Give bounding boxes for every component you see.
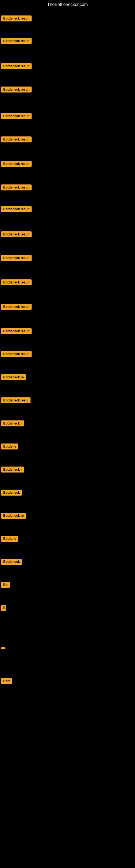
bottleneck-badge-9[interactable]: Bottleneck result — [1, 231, 32, 237]
badge-row-22: Bottlene — [1, 536, 18, 543]
bottleneck-badge-1[interactable]: Bottleneck result — [1, 38, 32, 44]
badge-row-8: Bottleneck result — [1, 206, 32, 213]
badge-row-3: Bottleneck result — [1, 87, 32, 94]
badge-row-0: Bottleneck result — [1, 16, 32, 23]
bottleneck-badge-13[interactable]: Bottleneck result — [1, 328, 32, 334]
badge-row-1: Bottleneck result — [1, 38, 32, 45]
bottleneck-badge-12[interactable]: Bottleneck result — [1, 304, 32, 310]
badge-row-15: Bottleneck re — [1, 374, 26, 381]
bottleneck-badge-26[interactable] — [1, 647, 5, 649]
bottleneck-badge-10[interactable]: Bottleneck result — [1, 255, 32, 261]
badge-row-17: Bottleneck r — [1, 421, 24, 428]
badge-row-4: Bottleneck result — [1, 113, 32, 120]
bottleneck-badge-0[interactable]: Bottleneck result — [1, 16, 32, 22]
badge-row-12: Bottleneck result — [1, 304, 32, 311]
site-title: TheBottlenecker.com — [0, 0, 135, 9]
badge-row-24: Bo — [1, 582, 10, 589]
bottleneck-badge-19[interactable]: Bottleneck r — [1, 467, 24, 472]
badge-row-13: Bottleneck result — [1, 328, 32, 335]
badge-row-5: Bottleneck result — [1, 136, 32, 144]
badge-row-20: Bottleneck — [1, 490, 22, 497]
badge-row-27: Bott — [1, 678, 12, 685]
badge-row-26 — [1, 646, 5, 650]
badge-row-23: Bottleneck — [1, 559, 22, 566]
bottleneck-badge-21[interactable]: Bottleneck re — [1, 513, 26, 519]
bottleneck-badge-17[interactable]: Bottleneck r — [1, 421, 24, 426]
bottleneck-badge-7[interactable]: Bottleneck result — [1, 184, 32, 190]
bottleneck-badge-8[interactable]: Bottleneck result — [1, 206, 32, 212]
badge-row-2: Bottleneck result — [1, 63, 32, 70]
badge-row-10: Bottleneck result — [1, 255, 32, 262]
badge-row-7: Bottleneck result — [1, 184, 32, 191]
bottleneck-badge-11[interactable]: Bottleneck result — [1, 279, 32, 285]
bottleneck-badge-3[interactable]: Bottleneck result — [1, 87, 32, 93]
bottleneck-badge-20[interactable]: Bottleneck — [1, 490, 22, 496]
badge-row-25: B — [1, 605, 6, 612]
badge-row-19: Bottleneck r — [1, 467, 24, 474]
bottleneck-badge-25[interactable]: B — [1, 605, 6, 611]
badge-row-6: Bottleneck result — [1, 161, 32, 168]
bottleneck-badge-5[interactable]: Bottleneck result — [1, 136, 32, 143]
badge-row-9: Bottleneck result — [1, 231, 32, 239]
bottleneck-badge-4[interactable]: Bottleneck result — [1, 113, 32, 119]
bottleneck-badge-22[interactable]: Bottlene — [1, 536, 18, 542]
badge-row-11: Bottleneck result — [1, 279, 32, 286]
bottleneck-badge-6[interactable]: Bottleneck result — [1, 161, 32, 167]
bottleneck-badge-23[interactable]: Bottleneck — [1, 559, 22, 565]
bottleneck-badge-15[interactable]: Bottleneck re — [1, 374, 26, 380]
badge-row-16: Bottleneck resul — [1, 397, 31, 404]
bottleneck-badge-24[interactable]: Bo — [1, 582, 10, 588]
bottleneck-badge-2[interactable]: Bottleneck result — [1, 63, 32, 69]
bottleneck-badge-27[interactable]: Bott — [1, 678, 12, 684]
badge-row-21: Bottleneck re — [1, 513, 26, 520]
bottleneck-badge-16[interactable]: Bottleneck resul — [1, 397, 31, 403]
badge-row-18: Bottlene — [1, 443, 18, 451]
badge-row-14: Bottleneck result — [1, 351, 32, 358]
bottleneck-badge-14[interactable]: Bottleneck result — [1, 351, 32, 357]
bottleneck-badge-18[interactable]: Bottlene — [1, 443, 18, 450]
